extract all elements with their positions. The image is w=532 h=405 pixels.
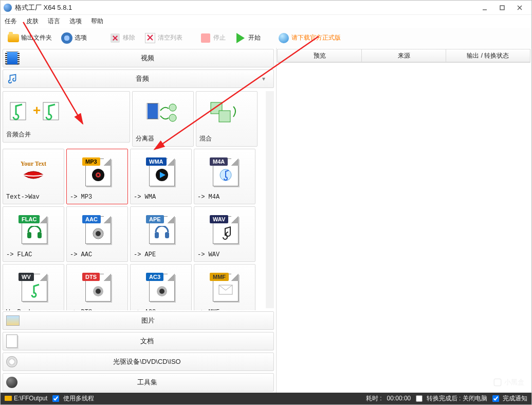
category-disc[interactable]: 光驱设备\DVD\CD\ISO	[3, 353, 274, 371]
clear-list-button[interactable]: 清空列表	[141, 31, 186, 45]
menu-help[interactable]: 帮助	[91, 17, 103, 26]
category-toolbox-label: 工具集	[21, 378, 273, 387]
minimize-button[interactable]	[476, 3, 493, 13]
svg-point-31	[159, 289, 164, 294]
globe-icon	[279, 33, 289, 43]
tile-ape-label: -> APE	[134, 251, 156, 258]
after-done-checkbox[interactable]	[416, 395, 423, 402]
multithread-checkbox[interactable]	[52, 395, 59, 402]
app-icon	[4, 4, 12, 12]
tile-mp3-label: -> MP3	[70, 193, 92, 201]
tile-dts-label: -> DTS	[70, 309, 92, 310]
tile-audio-merge-label: 音频合并	[6, 130, 31, 139]
statusbar: E:\FFOutput 使用多线程 耗时 : 00:00:00 转换完成后 : …	[1, 393, 531, 404]
col-source[interactable]: 来源	[361, 49, 446, 62]
output-folder-button[interactable]: 输出文件夹	[5, 31, 55, 45]
menu-option[interactable]: 选项	[69, 17, 82, 26]
gear-icon	[61, 32, 72, 44]
category-toolbox[interactable]: 工具集	[3, 373, 274, 392]
watermark: 小黑盒	[493, 378, 524, 387]
remove-icon	[111, 33, 120, 43]
status-notify[interactable]: 完成通知	[492, 394, 527, 403]
audio-icon	[6, 72, 20, 85]
window-title: 格式工厂 X64 5.8.1	[15, 3, 72, 12]
menu-lang[interactable]: 语言	[48, 17, 60, 26]
tile-audio-merge[interactable]: + 音频合并	[3, 91, 130, 143]
chevron-down-icon: ▾	[262, 75, 270, 82]
svg-rect-26	[155, 232, 159, 238]
tile-splitter[interactable]: 分离器	[132, 91, 194, 147]
clear-label: 清空列表	[158, 33, 182, 42]
tile-mmf[interactable]: MMF -> MMF	[194, 264, 255, 310]
notify-checkbox[interactable]	[492, 395, 499, 402]
image-icon	[6, 315, 20, 326]
flac-file-icon: FLAC	[19, 214, 48, 244]
tile-ape[interactable]: APE -> APE	[130, 206, 192, 262]
mmf-file-icon: MMF	[210, 272, 240, 302]
col-preview[interactable]: 预览	[277, 49, 362, 62]
svg-rect-8	[146, 103, 148, 119]
svg-rect-7	[147, 103, 158, 119]
status-output-path[interactable]: E:\FFOutput	[5, 395, 47, 402]
category-image-label: 图片	[23, 316, 273, 325]
tile-aac[interactable]: AAC -> AAC	[66, 206, 128, 262]
lips-icon: Your Text	[15, 152, 51, 190]
svg-rect-9	[158, 103, 159, 119]
remove-label: 移除	[123, 33, 135, 42]
category-audio[interactable]: 音频 ▾	[3, 69, 274, 88]
tile-text-to-wav[interactable]: Your Text Text->Wav	[3, 149, 64, 204]
tile-flac[interactable]: FLAC -> FLAC	[3, 206, 64, 262]
tile-wma[interactable]: WMA -> WMA	[130, 149, 192, 204]
mix-icon	[209, 95, 245, 131]
status-after-done[interactable]: 转换完成后 : 关闭电脑	[416, 394, 487, 403]
svg-rect-27	[165, 232, 169, 238]
svg-rect-35	[494, 379, 501, 386]
ac3-file-icon: AC3	[146, 272, 176, 302]
output-folder-label: 输出文件夹	[21, 33, 52, 42]
tile-m4a-label: -> M4A	[197, 193, 219, 201]
tile-mp3[interactable]: MP3 -> MP3	[66, 149, 128, 204]
tile-text-to-wav-label: Text->Wav	[6, 193, 40, 201]
tile-flac-label: -> FLAC	[6, 251, 32, 258]
tile-wavpack[interactable]: WV WavPack	[3, 264, 64, 310]
download-official-label: 请下载官方正式版	[291, 33, 341, 42]
status-elapsed-label: 耗时 :	[366, 394, 382, 403]
video-icon	[6, 51, 19, 65]
task-list-empty	[277, 64, 531, 393]
menu-task[interactable]: 任务	[5, 17, 17, 26]
stop-label: 停止	[213, 33, 226, 42]
tile-dts[interactable]: DTS -> DTS	[66, 264, 128, 310]
maximize-button[interactable]	[493, 3, 511, 13]
category-document[interactable]: 文档	[3, 332, 274, 350]
stop-button[interactable]: 停止	[197, 31, 229, 45]
mp3-file-icon: MP3	[82, 156, 112, 186]
toolbar: 输出文件夹 选项 移除 清空列表 停止 开始 请下载官方正式版	[1, 28, 531, 48]
splitter-icon	[145, 95, 181, 131]
menu-skin[interactable]: 皮肤	[26, 17, 39, 26]
options-label: 选项	[75, 33, 87, 42]
category-disc-label: 光驱设备\DVD\CD\ISO	[21, 357, 273, 366]
tile-ac3[interactable]: AC3 -> AC3	[130, 264, 192, 310]
tile-mmf-label: -> MMF	[197, 309, 219, 310]
remove-button[interactable]: 移除	[106, 31, 138, 45]
close-button[interactable]	[511, 3, 528, 13]
tile-wav-label: -> WAV	[197, 251, 219, 258]
col-status[interactable]: 输出 / 转换状态	[446, 49, 530, 62]
tile-m4a[interactable]: M4A -> M4A	[194, 149, 255, 204]
category-video[interactable]: 视频	[3, 49, 274, 67]
stop-icon	[201, 33, 210, 43]
status-multithread[interactable]: 使用多线程	[52, 394, 94, 403]
scrollbar[interactable]	[266, 91, 274, 308]
tile-wav[interactable]: WAV -> WAV	[194, 206, 255, 262]
menubar: 任务 皮肤 语言 选项 帮助	[1, 15, 531, 28]
svg-rect-13	[219, 111, 230, 122]
options-button[interactable]: 选项	[58, 31, 90, 45]
start-button[interactable]: 开始	[232, 31, 264, 45]
tile-mix[interactable]: 混合	[196, 91, 258, 147]
category-image[interactable]: 图片	[3, 311, 274, 330]
download-official-link[interactable]: 请下载官方正式版	[275, 31, 344, 45]
svg-point-29	[96, 289, 101, 294]
titlebar: 格式工厂 X64 5.8.1	[1, 1, 531, 15]
ape-file-icon: APE	[146, 214, 176, 244]
svg-text:+: +	[33, 102, 41, 118]
